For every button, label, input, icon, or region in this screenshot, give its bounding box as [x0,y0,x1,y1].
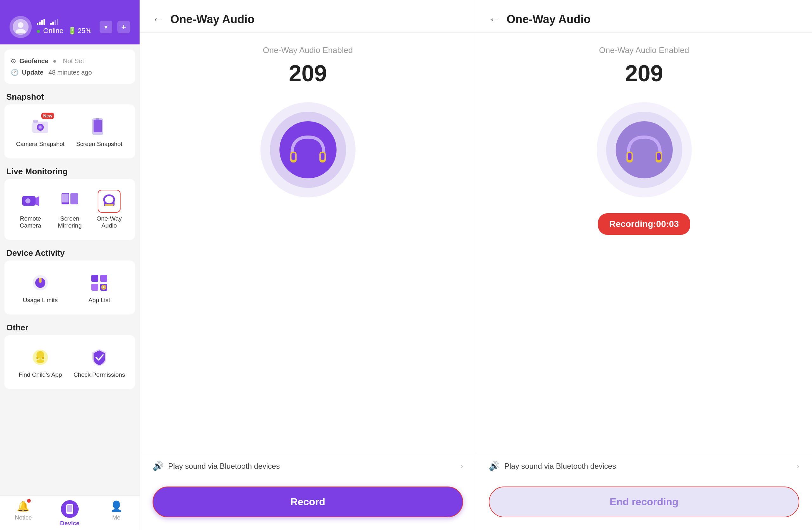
left-enabled-label: One-Way Audio Enabled [263,45,353,55]
snapshot-section-title: Snapshot [0,89,140,104]
device-activity-title: Device Activity [0,245,140,260]
snapshot-card: New Camera Snapshot [4,104,135,158]
add-device-button[interactable]: + [117,20,130,33]
left-count: 209 [289,60,327,86]
find-childs-app-item[interactable]: Find Child's App [11,342,70,383]
dropdown-button[interactable]: ▾ [100,20,112,33]
svg-rect-14 [70,193,78,204]
geofence-icon: ⊙ [11,57,16,65]
svg-marker-11 [35,196,39,206]
chevron-right-right: › [797,462,799,471]
check-permissions-icon [90,348,109,367]
svg-rect-8 [93,120,102,132]
sidebar-header: Online 🔋 25% ▾ + [0,0,140,44]
one-way-audio-icon [101,192,118,210]
svg-rect-44 [657,153,661,160]
svg-rect-32 [42,357,44,359]
svg-rect-24 [100,275,107,282]
svg-text:✦: ✦ [102,285,105,289]
svg-rect-35 [67,505,72,512]
svg-point-33 [37,359,44,363]
right-back-button[interactable]: ← [489,13,500,26]
avatar [10,16,32,38]
bottom-navigation: 🔔 Notice Device 👤 Me [0,496,140,530]
right-audio-panel: ← One-Way Audio One-Way Audio Enabled 20… [476,0,812,530]
app-list-icon: ✦ [90,273,109,292]
app-list-item[interactable]: ✦ App List [70,267,129,308]
left-panel-header: ← One-Way Audio [140,0,476,33]
nav-notice[interactable]: 🔔 Notice [0,500,47,527]
svg-rect-15 [62,194,69,202]
signal-bars [37,19,45,25]
svg-point-1 [16,29,26,33]
other-section-title: Other [0,319,140,335]
end-recording-button[interactable]: End recording [489,487,799,517]
left-headphone-graphic [257,99,359,201]
left-audio-panel: ← One-Way Audio One-Way Audio Enabled 20… [140,0,476,530]
screen-mirroring-icon [60,192,79,211]
nav-me[interactable]: 👤 Me [93,500,140,527]
device-icon [64,504,75,514]
sidebar: Online 🔋 25% ▾ + ⊙ Geofence ● Not Set [0,0,140,530]
svg-point-36 [69,512,70,513]
svg-point-12 [25,198,30,203]
device-info-card: ⊙ Geofence ● Not Set 🕐 Update 48 minutes… [4,49,135,84]
other-card: Find Child's App Check Permissions [4,335,135,389]
usage-limits-icon [31,273,50,292]
svg-rect-31 [37,357,38,359]
left-back-button[interactable]: ← [153,13,164,26]
svg-rect-43 [628,153,632,160]
recording-timer-badge: Recording:00:03 [598,213,690,235]
svg-rect-22 [39,278,42,283]
notice-bell-icon: 🔔 [17,500,29,512]
one-way-audio-item[interactable]: One-Way Audio [89,185,129,233]
camera-icon [31,117,50,136]
nav-device[interactable]: Device [47,500,93,527]
check-permissions-item[interactable]: Check Permissions [70,342,129,383]
svg-rect-3 [33,120,38,123]
left-panel-title: One-Way Audio [170,13,255,26]
camera-snapshot-item[interactable]: New Camera Snapshot [11,111,70,152]
person-icon [14,20,27,33]
online-status: Online [37,27,63,35]
screen-mirroring-item[interactable]: Screen Mirroring [50,185,89,233]
usage-limits-item[interactable]: Usage Limits [11,267,70,308]
right-headphone-graphic [593,99,695,201]
svg-rect-39 [291,153,295,160]
chevron-right-left: › [461,462,463,471]
me-person-icon: 👤 [110,500,123,512]
record-button[interactable]: Record [153,487,463,517]
headphone-svg-left [289,131,327,169]
screen-snapshot-item[interactable]: Screen Snapshot [70,111,129,152]
right-panel-header: ← One-Way Audio [476,0,812,33]
live-monitoring-title: Live Monitoring [0,163,140,179]
device-activity-card: Usage Limits ✦ App List [4,260,135,315]
bluetooth-icon-right: 🔊 [489,461,500,471]
update-icon: 🕐 [11,69,19,76]
battery-indicator: 🔋 25% [68,27,92,35]
bluetooth-icon-left: 🔊 [153,461,164,471]
svg-point-6 [39,126,42,129]
live-monitoring-card: Remote Camera Screen Mirroring [4,179,135,240]
remote-camera-item[interactable]: Remote Camera [11,185,50,233]
svg-rect-9 [96,118,99,120]
find-childs-app-icon [31,348,50,367]
headphone-svg-right [625,131,663,169]
svg-rect-25 [91,284,98,291]
svg-point-0 [18,22,24,28]
right-count: 209 [625,60,663,86]
right-panel-title: One-Way Audio [507,13,591,26]
screen-snapshot-icon [90,117,109,136]
svg-rect-19 [105,204,114,206]
svg-rect-23 [91,275,98,282]
remote-camera-icon [21,192,40,211]
right-bluetooth-row[interactable]: 🔊 Play sound via Bluetooth devices › [476,453,812,479]
svg-rect-40 [321,153,324,160]
left-bluetooth-row[interactable]: 🔊 Play sound via Bluetooth devices › [140,453,476,479]
right-enabled-label: One-Way Audio Enabled [599,45,689,55]
